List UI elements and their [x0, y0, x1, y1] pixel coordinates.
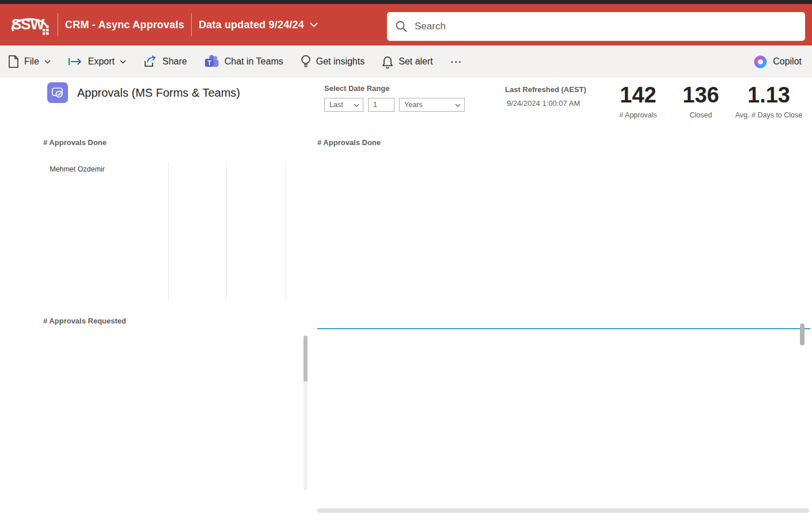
approvals-done-by-month-chart: # Approvals Done [317, 138, 804, 312]
chart-title: # Approvals Done [43, 138, 309, 147]
page-title: Approvals (MS Forms & Teams) [77, 86, 240, 100]
category-label: Mehmet Ozdemir [43, 165, 105, 173]
chevron-down-icon [455, 104, 461, 107]
chart-scrollbar[interactable] [303, 336, 308, 490]
more-options-button[interactable]: ⋯ [450, 55, 463, 68]
lightbulb-icon [301, 55, 311, 68]
table-horizontal-scrollbar[interactable] [317, 508, 809, 513]
chart-bar-row: Mehmet Ozdemir [43, 163, 309, 176]
header-divider [191, 13, 192, 36]
export-menu-button[interactable]: Export [68, 56, 126, 67]
kpi-closed: 136 Closed [682, 83, 719, 119]
gridline [226, 163, 227, 300]
chevron-down-icon [44, 60, 51, 64]
copilot-icon [753, 55, 768, 69]
scrollbar-thumb[interactable] [303, 336, 308, 382]
app-header: SSW CRM - Async Approvals Data updated 9… [0, 4, 812, 45]
kpi-value: 142 [619, 83, 657, 108]
table-header-row [317, 320, 810, 329]
search-input[interactable] [413, 20, 797, 33]
approvals-done-by-person-chart: # Approvals Done Mehmet Ozdemir [43, 138, 309, 312]
teams-icon: T [204, 55, 219, 69]
chevron-down-icon [354, 104, 359, 107]
app-title: CRM - Async Approvals [65, 19, 184, 31]
table-vertical-scrollbar[interactable] [800, 323, 805, 345]
ssw-logo[interactable]: SSW [8, 10, 51, 40]
date-range-number-input[interactable] [368, 98, 394, 112]
chat-in-teams-button[interactable]: T Chat in Teams [204, 55, 283, 69]
kpi-label: Closed [682, 111, 719, 119]
gridline [168, 163, 169, 300]
window-top-edge [0, 0, 812, 4]
chart-title: # Approvals Requested [43, 317, 309, 325]
get-insights-button[interactable]: Get insights [301, 55, 365, 68]
file-menu-button[interactable]: File [8, 55, 51, 68]
gridline [285, 163, 286, 300]
date-range-slicer: Last Years [324, 98, 465, 112]
last-refreshed-label: Last Refreshed (AEST) [505, 85, 603, 94]
share-icon [143, 55, 157, 68]
approvals-table [317, 320, 810, 514]
kpi-value: 136 [682, 83, 719, 108]
data-updated-dropdown[interactable]: Data updated 9/24/24 [199, 19, 318, 31]
date-range-label: Select Date Range [324, 84, 389, 93]
kpi-label: # Approvals [619, 111, 657, 119]
chevron-down-icon [120, 60, 126, 64]
approvals-requested-chart: # Approvals Requested [43, 317, 309, 508]
search-box[interactable] [387, 12, 805, 41]
share-button[interactable]: Share [143, 55, 187, 68]
kpi-avg-days: 1.13 Avg. # Days to Close [735, 83, 803, 119]
export-icon [68, 57, 83, 66]
kpi-approvals: 142 # Approvals [619, 83, 657, 119]
file-icon [8, 55, 19, 68]
header-divider [58, 13, 58, 36]
last-refreshed-block: Last Refreshed (AEST) 9/24/2024 1:00:07 … [505, 85, 603, 108]
report-title-block: Approvals (MS Forms & Teams) [47, 82, 240, 103]
chevron-down-icon [310, 22, 318, 28]
data-updated-label: Data updated 9/24/24 [199, 19, 304, 31]
date-range-unit-select[interactable]: Years [399, 98, 465, 112]
svg-text:SSW: SSW [12, 16, 45, 33]
copilot-button[interactable]: Copilot [753, 55, 802, 69]
kpi-label: Avg. # Days to Close [735, 111, 803, 119]
last-refreshed-value: 9/24/2024 1:00:07 AM [505, 99, 603, 108]
kpi-value: 1.13 [735, 83, 803, 108]
bell-icon [382, 55, 393, 68]
search-icon [395, 20, 408, 33]
date-range-operator-select[interactable]: Last [324, 98, 363, 112]
set-alert-button[interactable]: Set alert [382, 55, 433, 68]
report-toolbar: File Export Share T Chat in Teams Get in… [0, 45, 812, 78]
approvals-app-icon [47, 82, 68, 103]
svg-text:T: T [207, 59, 211, 66]
powerbi-report-page: SSW CRM - Async Approvals Data updated 9… [0, 0, 812, 514]
chart-title: # Approvals Done [317, 138, 804, 147]
